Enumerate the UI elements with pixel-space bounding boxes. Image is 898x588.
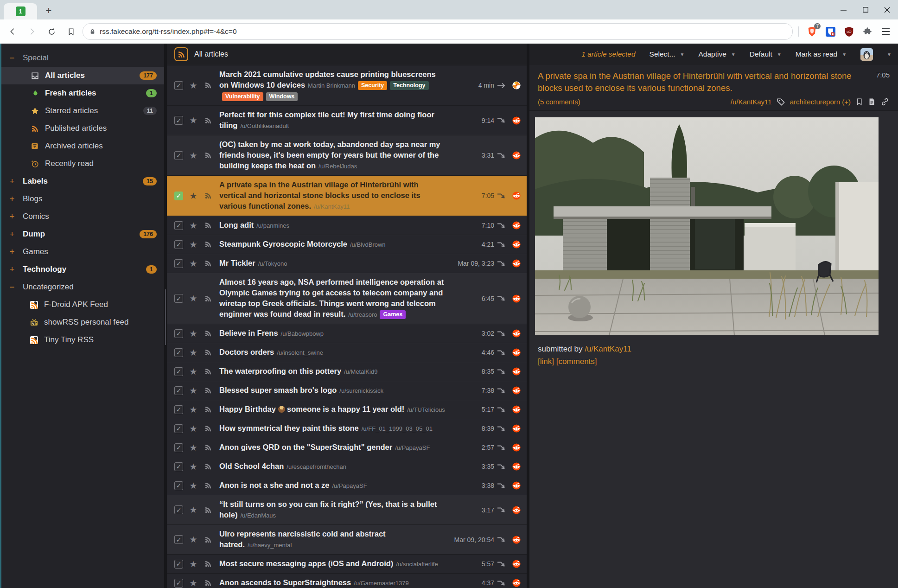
star-icon[interactable]: ★ (188, 293, 198, 304)
sidebar-section-special[interactable]: −Special (1, 49, 164, 67)
article-row[interactable]: ★Perfect fit for this complex tile cut! … (167, 106, 527, 135)
article-checkbox[interactable] (174, 240, 183, 249)
article-row[interactable]: ★“It still turns on so you can fix it ri… (167, 495, 527, 525)
star-icon[interactable]: ★ (188, 480, 198, 491)
article-row[interactable]: ★A private spa in the Austrian village o… (167, 176, 527, 216)
expander-icon[interactable]: + (1, 177, 23, 186)
reload-button[interactable] (44, 24, 59, 39)
tag-chip-windows[interactable]: Windows (266, 92, 298, 101)
sidebar-category-comics[interactable]: +Comics (1, 208, 164, 225)
sidebar-item-all-articles[interactable]: All articles177 (1, 67, 164, 84)
star-icon[interactable]: ★ (188, 423, 198, 434)
sidebar-category-labels[interactable]: +Labels15 (1, 173, 164, 190)
star-icon[interactable]: ★ (188, 505, 198, 515)
article-row[interactable]: ★Blessed super smash bro's logo/u/sureni… (167, 381, 527, 400)
select-dropdown[interactable]: Select...▼ (650, 50, 685, 58)
article-checkbox[interactable] (174, 405, 183, 414)
article-checkbox[interactable] (174, 579, 183, 588)
star-icon[interactable]: ★ (188, 578, 198, 588)
sidebar-item-published-articles[interactable]: Published articles (1, 120, 164, 137)
mark-as-read-dropdown[interactable]: Mark as read▼ (796, 50, 847, 58)
address-bar[interactable]: rss.fakecake.org/tt-rss/index.php#f=-4&c… (83, 23, 793, 40)
sidebar-item-starred-articles[interactable]: Starred articles11 (1, 102, 164, 120)
article-checkbox[interactable] (174, 367, 183, 376)
tag-chip-technology[interactable]: Technology (390, 81, 428, 90)
article-checkbox[interactable] (174, 348, 183, 357)
new-tab-button[interactable]: + (42, 4, 56, 18)
sidebar-category-blogs[interactable]: +Blogs (1, 190, 164, 208)
article-checkbox[interactable] (174, 259, 183, 268)
article-row[interactable]: ★Old School 4chan/u/escapefromthechan3:3… (167, 457, 527, 476)
article-checkbox[interactable] (174, 424, 183, 433)
sidebar-category-technology[interactable]: +Technology1 (1, 261, 164, 278)
article-row[interactable]: ★How symmetrical they paint this stone/u… (167, 419, 527, 438)
sidebar-category-uncategorized[interactable]: −Uncategorized (1, 278, 164, 296)
expander-icon[interactable]: + (1, 230, 23, 239)
star-icon[interactable]: ★ (188, 239, 198, 250)
expander-icon[interactable]: − (1, 53, 23, 63)
bookmark-button[interactable] (63, 24, 79, 39)
star-icon[interactable]: ★ (188, 150, 198, 161)
article-checkbox[interactable] (174, 481, 183, 490)
article-author-link[interactable]: /u/KantKay11 (731, 98, 772, 106)
star-icon[interactable]: ★ (188, 559, 198, 569)
star-icon[interactable]: ★ (188, 80, 198, 91)
article-row[interactable]: ★Doctors orders/u/insolent_swine4:46 (167, 343, 527, 362)
browser-menu-button[interactable] (879, 24, 893, 39)
tag-chip-vulnerability[interactable]: Vulnerability (222, 92, 263, 101)
article-feed-tag-link[interactable]: architectureporn (+) (790, 98, 851, 106)
article-checkbox[interactable] (174, 462, 183, 471)
star-icon[interactable]: ★ (188, 534, 198, 545)
tag-chip-games[interactable]: Games (380, 310, 406, 319)
article-checkbox[interactable] (174, 221, 183, 230)
article-row[interactable]: ★Anon ascends to SuperStraightness/u/Gam… (167, 574, 527, 588)
note-icon[interactable] (868, 97, 876, 106)
star-icon[interactable]: ★ (188, 385, 198, 396)
avatar[interactable] (860, 48, 873, 61)
article-checkbox[interactable] (174, 505, 183, 514)
article-checkbox[interactable] (174, 192, 183, 200)
article-checkbox[interactable] (174, 81, 183, 90)
article-row[interactable]: ★Anon is not a she and not a ze/u/Papaya… (167, 476, 527, 495)
sidebar-feed-showrss-personal-feed[interactable]: showRSS personal feed (1, 313, 164, 331)
article-row[interactable]: ★Anon gives QRD on the "SuperStraight" g… (167, 438, 527, 457)
article-links[interactable]: [link] [comments] (535, 357, 892, 366)
article-checkbox[interactable] (174, 535, 183, 544)
reader-splitter[interactable] (527, 44, 529, 588)
article-checkbox[interactable] (174, 116, 183, 125)
close-button[interactable] (876, 0, 898, 19)
star-icon[interactable]: ★ (188, 328, 198, 339)
article-row[interactable]: ★Happy Birthday someone is a happy 11 ye… (167, 400, 527, 419)
sort-order-dropdown[interactable]: Default▼ (750, 50, 782, 58)
comments-count-link[interactable]: (5 comments) (538, 98, 580, 106)
forward-button[interactable] (24, 24, 40, 39)
star-icon[interactable]: ★ (188, 258, 198, 269)
article-row[interactable]: ★March 2021 cumulative updates cause pri… (167, 65, 527, 106)
maximize-button[interactable] (854, 0, 876, 19)
star-icon[interactable]: ★ (188, 220, 198, 231)
article-row[interactable]: ★Long adit/u/panmines7:10 (167, 216, 527, 235)
article-checkbox[interactable] (174, 151, 183, 160)
article-checkbox[interactable] (174, 386, 183, 395)
article-checkbox[interactable] (174, 329, 183, 338)
article-row[interactable]: ★The waterproofing on this pottery/u/Met… (167, 362, 527, 381)
back-button[interactable] (5, 24, 20, 39)
ublock-extension-button[interactable]: uO (841, 24, 856, 39)
sidebar-category-dump[interactable]: +Dump176 (1, 225, 164, 243)
star-icon[interactable]: ★ (188, 366, 198, 377)
view-mode-dropdown[interactable]: Adaptive▼ (698, 50, 735, 58)
link-icon[interactable] (880, 97, 890, 106)
star-icon[interactable]: ★ (188, 442, 198, 453)
extensions-button[interactable] (860, 24, 875, 39)
star-icon[interactable]: ★ (188, 404, 198, 415)
star-icon[interactable]: ★ (188, 347, 198, 358)
article-row[interactable]: ★Almost 16 years ago, NSA performed inte… (167, 273, 527, 324)
expander-icon[interactable]: + (1, 247, 23, 257)
star-icon[interactable]: ★ (188, 115, 198, 126)
article-row[interactable]: ★Believe in Frens/u/Babowpbowp3:02 (167, 324, 527, 343)
article-row[interactable]: ★Mr Tickler/u/TokyonoMar 09, 3:23 (167, 254, 527, 273)
brave-extension-button[interactable]: 7 (804, 24, 819, 39)
bitwarden-extension-button[interactable] (823, 24, 838, 39)
article-checkbox[interactable] (174, 294, 183, 303)
star-icon[interactable]: ★ (188, 191, 198, 201)
